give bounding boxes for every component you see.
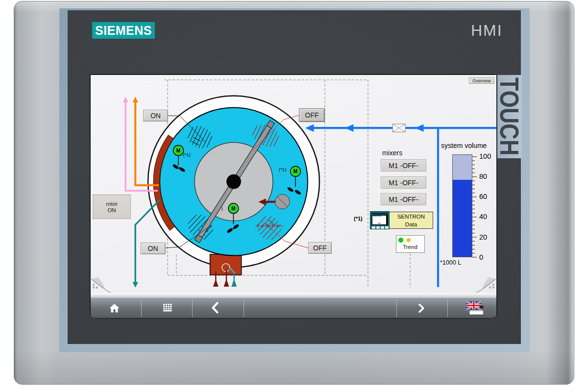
svg-text:(*1): (*1)	[279, 167, 286, 172]
svg-text:M: M	[176, 148, 180, 153]
svg-text:(*1): (*1)	[183, 152, 191, 157]
svg-text:M: M	[294, 169, 297, 174]
svg-text:): )	[221, 206, 223, 211]
svg-text:M: M	[231, 206, 235, 211]
